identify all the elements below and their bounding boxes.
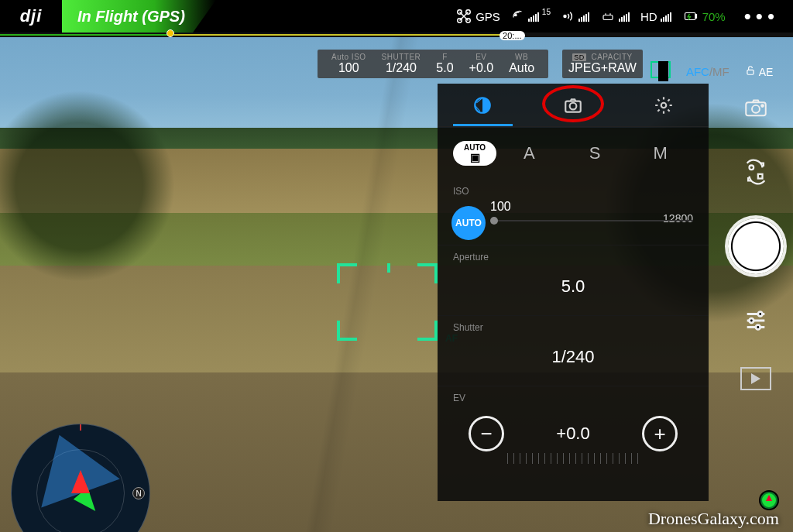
satellite-indicator[interactable]: 15 bbox=[511, 9, 551, 23]
adjust-sliders-button[interactable] bbox=[733, 302, 779, 339]
afc-mf-toggle[interactable]: AFC/MF bbox=[678, 54, 737, 78]
svg-point-20 bbox=[750, 318, 754, 323]
svg-point-13 bbox=[661, 102, 666, 108]
hd-label: HD bbox=[640, 10, 657, 23]
satellite-count: 15 bbox=[542, 8, 551, 16]
exposure-mode-row: AUTO ▣ A S M bbox=[438, 127, 709, 180]
status-indicators: GPS 15 HD 70% ••• bbox=[455, 5, 793, 29]
battery-timeline: 20:... bbox=[0, 33, 793, 37]
ev-increase-button[interactable]: + bbox=[642, 416, 678, 451]
svg-point-5 bbox=[563, 15, 567, 19]
aperture-section[interactable]: Aperture 5.0 bbox=[438, 245, 709, 316]
svg-rect-9 bbox=[747, 70, 754, 74]
iso-section: ISO AUTO 100 12800 bbox=[438, 180, 709, 245]
wb-value: Auto bbox=[509, 61, 534, 75]
iso-slider-thumb[interactable] bbox=[490, 217, 498, 225]
ev-decrease-button[interactable]: − bbox=[469, 416, 504, 451]
play-icon bbox=[751, 373, 760, 384]
svg-point-16 bbox=[761, 105, 764, 107]
ev-label: EV bbox=[469, 53, 494, 61]
iso-slider-track[interactable] bbox=[490, 220, 693, 221]
battery-indicator[interactable]: 70% bbox=[682, 9, 726, 23]
iso-auto-badge[interactable]: AUTO bbox=[451, 206, 486, 240]
more-menu-button[interactable]: ••• bbox=[736, 5, 779, 29]
tab-general-settings[interactable] bbox=[618, 84, 709, 126]
watermark-text: DronesGalaxy.com bbox=[648, 509, 779, 529]
aperture-label: F bbox=[436, 53, 453, 61]
right-control-column bbox=[719, 84, 793, 532]
ev-section: EV − +0.0 + bbox=[438, 386, 709, 467]
rc-signal-indicator[interactable] bbox=[561, 9, 589, 23]
focus-mode-brackets-button[interactable] bbox=[643, 53, 678, 78]
ev-value: +0.0 bbox=[469, 61, 494, 75]
mode-auto-button[interactable]: AUTO ▣ bbox=[453, 141, 496, 166]
shutter-section-title: Shutter bbox=[453, 322, 693, 333]
mode-a-button[interactable]: A bbox=[496, 143, 562, 163]
mode-s-button[interactable]: S bbox=[562, 143, 628, 163]
flight-status-banner[interactable]: In Flight (GPS) bbox=[62, 0, 216, 33]
aperture-section-value: 5.0 bbox=[453, 269, 693, 304]
dji-logo: dji bbox=[0, 6, 62, 26]
ev-section-value: +0.0 bbox=[556, 424, 589, 444]
svg-point-4 bbox=[515, 14, 517, 15]
remaining-time: 20:... bbox=[499, 31, 524, 40]
aperture-value: 5.0 bbox=[436, 61, 453, 75]
autofocus-target[interactable]: AF bbox=[337, 263, 438, 341]
svg-point-12 bbox=[570, 102, 577, 109]
ae-lock-button[interactable]: AE bbox=[737, 54, 781, 78]
svg-point-15 bbox=[752, 105, 760, 113]
controller-signal-indicator[interactable] bbox=[600, 9, 630, 23]
iso-label: Auto ISO bbox=[331, 53, 366, 61]
shutter-value: 1/240 bbox=[382, 61, 421, 75]
ae-label: AE bbox=[759, 66, 774, 78]
svg-point-21 bbox=[756, 325, 760, 330]
svg-rect-8 bbox=[695, 15, 697, 19]
svg-rect-6 bbox=[603, 15, 613, 20]
svg-point-19 bbox=[758, 312, 763, 317]
iso-section-title: ISO bbox=[453, 186, 693, 197]
shutter-label: SHUTTER bbox=[382, 53, 421, 61]
gps-label: GPS bbox=[475, 10, 500, 23]
afc-label: AFC bbox=[686, 65, 709, 78]
ev-section-title: EV bbox=[453, 393, 693, 403]
camera-settings-panel: AUTO ▣ A S M ISO AUTO 100 12800 Aperture… bbox=[438, 84, 709, 501]
iso-value: 100 bbox=[331, 61, 366, 75]
hd-signal-indicator[interactable]: HD bbox=[640, 10, 671, 23]
tab-photo[interactable] bbox=[528, 84, 619, 126]
camera-settings-button[interactable] bbox=[733, 88, 779, 125]
aperture-section-title: Aperture bbox=[453, 252, 693, 263]
battery-percentage: 70% bbox=[702, 10, 726, 23]
shutter-section-value: 1/240 bbox=[453, 339, 693, 375]
settings-tab-row bbox=[438, 84, 709, 127]
unlock-icon bbox=[745, 65, 756, 78]
iso-current-value: 100 bbox=[490, 200, 511, 214]
wb-label: WB bbox=[509, 53, 534, 61]
iso-max-value: 12800 bbox=[663, 212, 693, 225]
mode-m-button[interactable]: M bbox=[627, 143, 693, 163]
north-indicator: N bbox=[132, 487, 145, 499]
shutter-section[interactable]: Shutter 1/240 bbox=[438, 316, 709, 386]
sd-badge: SD bbox=[572, 53, 586, 61]
image-format-value: JPEG+RAW bbox=[568, 61, 637, 75]
top-status-bar: dji In Flight (GPS) GPS 15 HD bbox=[0, 0, 793, 33]
svg-point-17 bbox=[750, 166, 754, 170]
switch-photo-video-button[interactable] bbox=[733, 153, 779, 190]
camera-params-bar[interactable]: Auto ISO100 SHUTTER1/240 F5.0 EV+0.0 WBA… bbox=[318, 46, 785, 81]
home-point-marker bbox=[166, 29, 174, 37]
playback-button[interactable] bbox=[740, 367, 771, 390]
camera-icon: ▣ bbox=[470, 152, 480, 163]
svg-rect-18 bbox=[758, 174, 763, 179]
mf-label: /MF bbox=[709, 65, 729, 78]
tab-exposure[interactable] bbox=[438, 84, 528, 126]
flight-mode-icon[interactable]: GPS bbox=[455, 8, 500, 25]
capacity-label: CAPACITY bbox=[591, 53, 632, 61]
mini-compass-icon[interactable] bbox=[760, 492, 778, 509]
ev-scale bbox=[507, 453, 639, 464]
shutter-button[interactable] bbox=[728, 218, 784, 274]
app-screen: dji In Flight (GPS) GPS 15 HD bbox=[0, 0, 793, 532]
